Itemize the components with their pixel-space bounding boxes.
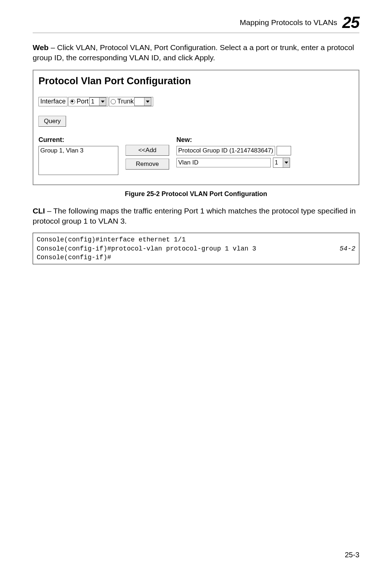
figure-caption: Figure 25-2 Protocol VLAN Port Configura…: [33, 190, 359, 198]
cli-line: Console(config)#interface ethernet 1/1: [37, 236, 185, 243]
cli-paragraph: CLI – The following maps the traffic ent…: [33, 206, 359, 227]
current-listbox[interactable]: Group 1, Vlan 3: [38, 146, 118, 175]
protocol-group-id-input[interactable]: [277, 146, 291, 155]
chapter-number: 25: [342, 15, 359, 30]
add-button[interactable]: <<Add: [126, 145, 169, 156]
new-heading: New:: [176, 136, 354, 144]
port-select-value: 1: [90, 98, 99, 106]
section-title: Mapping Protocols to VLANs: [240, 18, 337, 27]
interface-row: Interface Port 1 Trunk: [38, 97, 354, 106]
web-text: – Click VLAN, Protocol VLAN, Port Config…: [33, 43, 354, 62]
cli-code-block: Console(config)#interface ethernet 1/1 C…: [33, 233, 359, 264]
cli-line: Console(config-if)#: [37, 254, 111, 261]
page-number: 25-3: [345, 551, 359, 559]
cli-label: CLI: [33, 207, 45, 215]
list-item[interactable]: Group 1, Vlan 3: [40, 147, 117, 154]
vlan-id-label: Vlan ID: [176, 158, 271, 167]
vlan-id-select[interactable]: 1: [273, 158, 290, 168]
svg-marker-0: [101, 101, 105, 103]
trunk-radio-label: Trunk: [117, 98, 134, 105]
svg-marker-2: [285, 162, 288, 164]
page-header: Mapping Protocols to VLANs 25: [33, 15, 359, 33]
port-radio-label: Port: [77, 98, 89, 105]
gui-heading: Protocol Vlan Port Configuration: [38, 76, 354, 87]
port-select[interactable]: 1: [89, 97, 106, 106]
trunk-select[interactable]: [134, 97, 151, 106]
dropdown-icon: [99, 98, 106, 106]
trunk-radio[interactable]: [111, 99, 116, 104]
current-heading: Current:: [38, 136, 118, 144]
cli-page-ref: 54-2: [340, 244, 355, 253]
trunk-select-value: [135, 98, 144, 106]
gui-config-panel: Protocol Vlan Port Configuration Interfa…: [33, 70, 359, 185]
query-button[interactable]: Query: [38, 116, 66, 127]
trunk-radio-cell: Trunk: [109, 97, 153, 106]
cli-line: Console(config-if)#protocol-vlan protoco…: [37, 245, 256, 252]
remove-button[interactable]: Remove: [126, 159, 169, 170]
interface-label: Interface: [38, 97, 68, 106]
protocol-group-id-label: Protocol Gruop ID (1-2147483647): [176, 146, 275, 155]
dropdown-icon: [283, 158, 290, 167]
vlan-id-select-value: 1: [273, 158, 283, 167]
svg-marker-1: [146, 101, 150, 103]
cli-text: – The following maps the traffic enterin…: [33, 207, 356, 225]
port-radio[interactable]: [70, 99, 75, 104]
dropdown-icon: [144, 98, 151, 106]
web-paragraph: Web – Click VLAN, Protocol VLAN, Port Co…: [33, 42, 359, 63]
web-label: Web: [33, 43, 49, 52]
port-radio-cell: Port 1: [68, 97, 108, 106]
